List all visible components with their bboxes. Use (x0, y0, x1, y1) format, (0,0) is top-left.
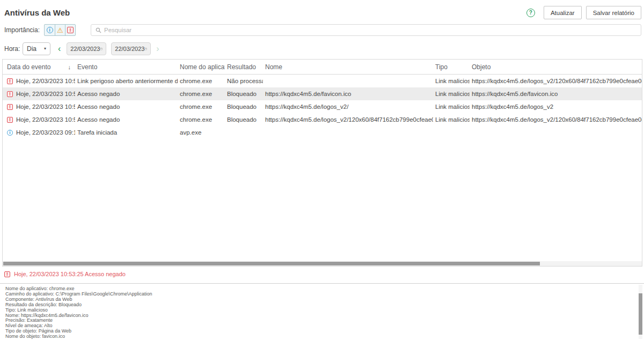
event-date: Hoje, 22/03/2023 10:58:48 (16, 78, 75, 84)
column-header-date[interactable]: Data do evento ↓ (3, 63, 75, 71)
event-details-panel: Nome do aplicativo: chrome.exeCaminho do… (0, 283, 644, 340)
event-date: Hoje, 22/03/2023 09:18:50 (16, 129, 75, 136)
time-label: Hora: (4, 45, 23, 53)
detail-line: Precisão: Exatamente (5, 318, 636, 323)
object-url: https://kqdxc4m5.de/logos_v2 (470, 104, 642, 110)
column-header-type[interactable]: Tipo (433, 63, 470, 71)
search-box (91, 24, 641, 36)
detail-lines: Nome do aplicativo: chrome.exeCaminho do… (0, 284, 644, 339)
date-from-field[interactable]: 22/03/2023 (67, 42, 106, 55)
detail-line: Tipo: Link malicioso (5, 308, 636, 313)
period-select[interactable]: Dia ▾ (23, 42, 50, 55)
importance-filter-row: Importância: i ⚠ ! (4, 24, 641, 36)
info-icon: i (7, 130, 13, 136)
critical-icon: ! (7, 91, 13, 97)
application-name: chrome.exe (178, 78, 225, 84)
search-input[interactable] (104, 27, 636, 33)
table-row[interactable]: ! Hoje, 22/03/2023 10:53:25 Acesso negad… (3, 87, 642, 100)
detail-line: Nome: https://kqdxc4m5.de/favicon.ico (5, 313, 636, 319)
critical-icon: ! (7, 104, 13, 110)
event-result: Bloqueado (225, 104, 263, 110)
calendar-icon (144, 46, 147, 52)
period-value: Dia (27, 45, 36, 53)
table-body: ! Hoje, 22/03/2023 10:58:48 Link perigos… (3, 75, 642, 139)
application-name: chrome.exe (178, 91, 225, 97)
event-date: Hoje, 22/03/2023 10:53:24 (16, 104, 75, 110)
critical-icon: ! (7, 117, 13, 123)
event-result: Bloqueado (225, 91, 263, 97)
table-row[interactable]: ! Hoje, 22/03/2023 10:53:24 Acesso negad… (3, 100, 642, 113)
event-result: Não processado (225, 78, 263, 84)
event-result: Bloqueado (225, 116, 263, 123)
table-header-row: Data do evento ↓ Evento Nome do aplicati… (3, 60, 642, 75)
detail-line: Nome do aplicativo: chrome.exe (5, 286, 636, 292)
object-name: https://kqdxc4m5.de/favicon.ico (263, 91, 433, 97)
event-name: Acesso negado (75, 104, 178, 110)
application-name: avp.exe (178, 129, 225, 136)
object-url: https://kqdxc4m5.de/logos_v2/120x60/84f7… (470, 78, 642, 84)
selected-event-summary-text: Hoje, 22/03/2023 10:53:25 Acesso negado (14, 271, 126, 277)
date-to-field[interactable]: 22/03/2023 (111, 42, 151, 55)
column-header-event[interactable]: Evento (75, 63, 178, 71)
date-to-value: 22/03/2023 (115, 46, 144, 52)
save-report-button[interactable]: Salvar relatório (586, 6, 641, 19)
event-name: Acesso negado (75, 91, 178, 97)
topbar: Antivírus da Web ? Atualizar Salvar rela… (4, 6, 641, 21)
importance-critical-toggle[interactable]: ! (65, 25, 75, 35)
importance-filter-group: i ⚠ ! (44, 24, 76, 36)
importance-info-toggle[interactable]: i (45, 25, 55, 35)
warning-icon: ⚠ (57, 27, 63, 34)
events-table: Data do evento ↓ Evento Nome do aplicati… (2, 59, 642, 267)
object-url: https://kqdxc4m5.de/favicon.ico (470, 91, 642, 97)
critical-icon: ! (67, 27, 74, 33)
topbar-actions: ? Atualizar Salvar relatório (526, 6, 641, 19)
application-name: chrome.exe (178, 116, 225, 123)
importance-warning-toggle[interactable]: ⚠ (55, 25, 65, 35)
chevron-down-icon: ▾ (44, 46, 46, 51)
horizontal-scrollbar-thumb[interactable] (3, 262, 540, 265)
column-header-result[interactable]: Resultado (225, 63, 263, 71)
threat-type: Link malicioso (433, 78, 470, 84)
threat-type: Link malicioso (433, 104, 470, 110)
refresh-button[interactable]: Atualizar (544, 6, 582, 19)
detail-line: Caminho do aplicativo: C:\Program Files\… (5, 292, 636, 297)
horizontal-scrollbar[interactable] (3, 261, 642, 266)
prev-period-button[interactable]: ‹ (57, 45, 62, 53)
column-header-name[interactable]: Nome (263, 63, 433, 71)
detail-line: Nome do objeto: favicon.ico (5, 334, 636, 339)
info-icon: i (47, 27, 53, 33)
object-name: https://kqdxc4m5.de/logos_v2/ (263, 104, 433, 110)
vertical-scrollbar-thumb[interactable] (639, 293, 642, 335)
threat-type: Link malicioso (433, 116, 470, 123)
application-name: chrome.exe (178, 104, 225, 110)
object-name: https://kqdxc4m5.de/logos_v2/120x60/84f7… (263, 116, 433, 123)
critical-icon: ! (7, 78, 13, 84)
calendar-icon (100, 46, 103, 52)
event-date: Hoje, 22/03/2023 10:52:17 (16, 116, 75, 123)
detail-line: Resultado da descrição: Bloqueado (5, 302, 636, 308)
table-row[interactable]: ! Hoje, 22/03/2023 10:52:17 Acesso negad… (3, 113, 642, 126)
event-name: Tarefa iniciada (75, 129, 178, 136)
critical-icon: ! (4, 271, 10, 277)
column-header-object[interactable]: Objeto (470, 63, 642, 71)
event-name: Link perigoso aberto anteriormente detec… (75, 78, 178, 84)
detail-line: Componente: Antivírus da Web (5, 297, 636, 302)
sort-desc-icon: ↓ (68, 64, 71, 70)
detail-line: Nível de ameaça: Alto (5, 323, 636, 329)
importance-label: Importância: (4, 26, 40, 34)
vertical-scrollbar[interactable] (639, 285, 642, 339)
event-name: Acesso negado (75, 116, 178, 123)
column-header-app[interactable]: Nome do aplicativo (178, 63, 225, 71)
date-from-value: 22/03/2023 (70, 46, 100, 52)
selected-event-summary: ! Hoje, 22/03/2023 10:53:25 Acesso negad… (4, 270, 126, 278)
time-filter-row: Hora: Dia ▾ ‹ 22/03/2023 22/03/2023 › (4, 42, 160, 55)
detail-line: Tipo de objeto: Página da Web (5, 329, 636, 334)
next-period-button[interactable]: › (155, 45, 160, 53)
event-date: Hoje, 22/03/2023 10:53:25 (16, 91, 75, 97)
object-url: https://kqdxc4m5.de/logos_v2/120x60/84f7… (470, 116, 642, 123)
threat-type: Link malicioso (433, 91, 470, 97)
search-icon (96, 27, 101, 33)
table-row[interactable]: i Hoje, 22/03/2023 09:18:50 Tarefa inici… (3, 126, 642, 139)
help-icon[interactable]: ? (526, 9, 535, 17)
table-row[interactable]: ! Hoje, 22/03/2023 10:58:48 Link perigos… (3, 75, 642, 87)
